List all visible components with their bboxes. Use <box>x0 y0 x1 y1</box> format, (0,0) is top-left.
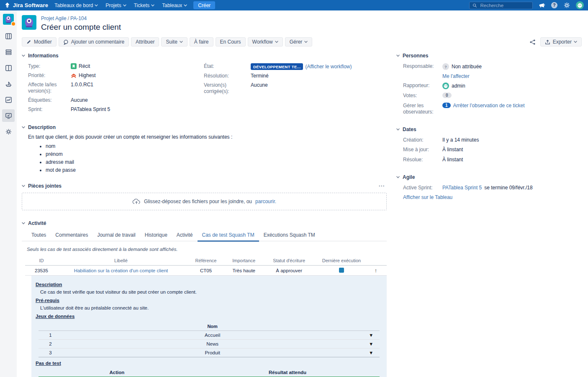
project-avatar[interactable] <box>3 14 14 25</box>
active-sprint-link[interactable]: PATablea Sprint 5 <box>442 185 482 191</box>
share-button[interactable] <box>527 38 538 46</box>
sidebar-item-reports[interactable] <box>2 93 15 106</box>
export-button[interactable]: Exporter <box>540 37 582 46</box>
details-section-header[interactable]: Informations <box>22 53 387 59</box>
field-type: Type:Récit <box>28 63 204 70</box>
nav-issues-label: Tickets <box>134 3 150 8</box>
field-active-sprint: Active Sprint: PATablea Sprint 5se termi… <box>403 185 582 191</box>
votes-badge[interactable]: 0 <box>442 93 452 98</box>
tab-activity[interactable]: Activité <box>172 230 198 241</box>
testcases-note: Seuls les cas de test associés directeme… <box>22 247 387 252</box>
updated-label: Mise à jour: <box>403 147 442 153</box>
export-icon <box>545 39 550 45</box>
ship-icon <box>5 80 13 88</box>
chevron-down-icon <box>180 40 183 44</box>
detail-datasets-title: Jeux de données <box>36 314 383 319</box>
col-importance: Importance <box>228 256 260 266</box>
collapse-row-icon[interactable]: ↑ <box>375 267 377 274</box>
list-item: nom <box>46 143 387 149</box>
tab-comments[interactable]: Commentaires <box>51 230 92 241</box>
nav-issues[interactable]: Tickets <box>134 3 155 8</box>
list-item: adresse mail <box>46 159 387 165</box>
transition-inprogress-button[interactable]: En Cours <box>216 37 246 46</box>
chevron-down-icon <box>275 40 278 44</box>
issue-type-avatar[interactable] <box>22 15 36 30</box>
show-workflow-link[interactable]: (Afficher le workflow) <box>305 64 352 70</box>
nav-boards[interactable]: Tableaux <box>162 3 187 8</box>
tab-history[interactable]: Historique <box>140 230 172 241</box>
status-badge[interactable]: DÉVELOPPEMENT TE... <box>251 63 303 70</box>
people-section-header[interactable]: Personnes <box>396 53 582 59</box>
search-input[interactable] <box>480 3 530 8</box>
dataset-name: Produit <box>62 349 362 357</box>
search-box[interactable] <box>469 2 533 9</box>
admin-button[interactable]: Gérer <box>285 37 313 46</box>
create-button[interactable]: Créer <box>193 1 215 9</box>
sidebar-item-releases[interactable] <box>2 77 15 90</box>
jira-logo[interactable]: Jira Software <box>4 2 48 8</box>
sidebar-item-issues[interactable] <box>2 109 15 122</box>
breadcrumb-issue-link[interactable]: PA-104 <box>70 15 87 21</box>
assign-button[interactable]: Attribuer <box>131 37 159 46</box>
labels-value: Aucune <box>71 97 88 103</box>
section-attachments: Pièces jointes ··· Glissez-déposez des f… <box>22 183 387 210</box>
datasets-table: Nom 1Accueil▼ 2News▼ 3Produit▼ <box>39 322 380 357</box>
dataset-index: 3 <box>39 349 62 357</box>
issue-view: Projet Agile/PA-104 Créer un compte clie… <box>17 10 588 377</box>
nav-dashboards[interactable]: Tableaux de bord <box>54 3 98 8</box>
chevron-down-icon <box>22 54 25 57</box>
description-body: En tant que client, je dois pouvoir crée… <box>22 134 387 173</box>
agile-section-header[interactable]: Agile <box>396 174 582 180</box>
sidebar-item-active-sprints[interactable] <box>2 62 15 74</box>
attachments-dropzone[interactable]: Glissez-déposez des fichiers pour les jo… <box>22 193 387 210</box>
sidebar-item-backlog[interactable] <box>2 46 15 58</box>
expand-dataset-icon[interactable]: ▼ <box>369 350 373 355</box>
chevron-down-icon <box>22 184 25 188</box>
description-section-header[interactable]: Description <box>22 124 387 130</box>
gear-icon[interactable] <box>563 2 570 9</box>
field-watchers: Gérer les observateurs: 1Arrêter l'obser… <box>403 103 582 116</box>
more-actions-button[interactable]: Suite <box>161 37 187 46</box>
testcase-link[interactable]: Habiliation sur la création d'un compte … <box>74 268 168 273</box>
expand-dataset-icon[interactable]: ▼ <box>369 341 373 346</box>
attachments-menu-icon[interactable]: ··· <box>377 183 387 189</box>
breadcrumb-project-link[interactable]: Projet Agile <box>41 15 67 21</box>
workflow-button[interactable]: Workflow <box>248 37 283 46</box>
detail-description-title: Description <box>36 282 383 287</box>
sidebar-item-kanban-board[interactable] <box>2 30 15 42</box>
chevron-down-icon <box>151 4 154 7</box>
browse-files-link[interactable]: parcourir. <box>255 199 276 204</box>
attachments-section-header[interactable]: Pièces jointes <box>22 183 62 189</box>
chevron-down-icon <box>95 4 98 7</box>
nav-projects[interactable]: Projets <box>105 3 126 8</box>
dataset-index: 1 <box>39 331 62 340</box>
breadcrumb: Projet Agile/PA-104 <box>41 15 121 21</box>
reporter-value: admin <box>452 83 465 89</box>
activity-section-header[interactable]: Activité <box>22 220 387 226</box>
assign-to-me-link[interactable]: Me l'affecter <box>442 73 470 79</box>
edit-button[interactable]: Modifier <box>22 37 56 46</box>
description-section-title: Description <box>28 124 56 130</box>
user-avatar[interactable] <box>576 1 584 9</box>
datasets-col-name: Nom <box>62 322 362 331</box>
transition-todo-button[interactable]: À faire <box>190 37 213 46</box>
sidebar-item-addons[interactable] <box>2 125 15 138</box>
tab-squash-executions[interactable]: Exécutions Squash TM <box>259 230 320 241</box>
issue-toolbar: Modifier Ajouter un commentaire Attribue… <box>22 37 582 46</box>
tab-all[interactable]: Toutes <box>27 230 51 241</box>
tab-worklog[interactable]: Journal de travail <box>92 230 140 241</box>
chevron-down-icon <box>22 126 25 129</box>
stop-watching-link[interactable]: Arrêter l'observation de ce ticket <box>453 103 525 108</box>
affects-version-label: Affecte la/les version(s): <box>28 82 71 94</box>
add-comment-button[interactable]: Ajouter un commentaire <box>59 37 129 46</box>
help-icon[interactable] <box>551 2 558 9</box>
comment-bubble-icon <box>63 39 69 45</box>
votes-label: Votes: <box>403 93 442 99</box>
expand-dataset-icon[interactable]: ▼ <box>369 333 373 338</box>
dates-section-header[interactable]: Dates <box>396 127 582 132</box>
dataset-row: 2News▼ <box>39 340 380 349</box>
tab-squash-testcases[interactable]: Cas de test Squash TM <box>198 230 259 242</box>
watchers-badge[interactable]: 1 <box>442 103 451 108</box>
announcements-icon[interactable] <box>538 2 545 9</box>
view-on-board-link[interactable]: Afficher sur le Tableau <box>403 194 452 200</box>
